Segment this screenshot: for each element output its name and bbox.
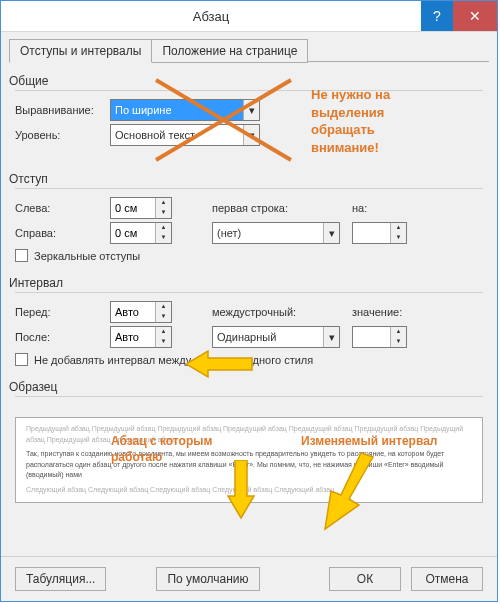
checkbox-icon (15, 249, 28, 262)
label-by: на: (352, 202, 367, 214)
label-right: Справа: (15, 227, 110, 239)
label-line: междустрочный: (212, 306, 322, 318)
titlebar: Абзац ? ✕ (1, 1, 497, 32)
tab-position[interactable]: Положение на странице (151, 39, 308, 63)
label-alignment: Выравнивание: (15, 104, 110, 116)
chevron-down-icon: ▾ (323, 223, 339, 243)
check-mirror[interactable]: Зеркальные отступы (15, 249, 483, 262)
preview-box: Предыдущий абзац Предыдущий абзац Предыд… (15, 417, 483, 503)
group-preview: Образец (9, 380, 483, 394)
panel: Общие Выравнивание: По ширине ▾ Уровень:… (1, 62, 497, 511)
spin-by[interactable]: ▲▼ (352, 222, 407, 244)
spin-right[interactable]: 0 см ▲▼ (110, 222, 172, 244)
button-tabs[interactable]: Табуляция... (15, 567, 106, 591)
spin-before[interactable]: Авто ▲▼ (110, 301, 172, 323)
label-before: Перед: (15, 306, 110, 318)
button-default[interactable]: По умолчанию (156, 567, 259, 591)
label-level: Уровень: (15, 129, 110, 141)
button-cancel[interactable]: Отмена (411, 567, 483, 591)
label-left: Слева: (15, 202, 110, 214)
label-firstline: первая строка: (212, 202, 322, 214)
paragraph-dialog: Абзац ? ✕ Отступы и интервалы Положение … (0, 0, 498, 602)
checkbox-icon (15, 353, 28, 366)
label-after: После: (15, 331, 110, 343)
tab-strip: Отступы и интервалы Положение на страниц… (1, 32, 497, 62)
button-bar: Табуляция... По умолчанию ОК Отмена (1, 556, 497, 601)
button-ok[interactable]: ОК (329, 567, 401, 591)
spin-value[interactable]: ▲▼ (352, 326, 407, 348)
spin-after[interactable]: Авто ▲▼ (110, 326, 172, 348)
close-button[interactable]: ✕ (453, 1, 497, 31)
chevron-down-icon: ▾ (243, 125, 259, 145)
group-indent: Отступ (9, 172, 483, 186)
combo-firstline[interactable]: (нет) ▾ (212, 222, 340, 244)
combo-level[interactable]: Основной текст ▾ (110, 124, 260, 146)
label-value: значение: (352, 306, 402, 318)
help-button[interactable]: ? (421, 1, 453, 31)
spin-left[interactable]: 0 см ▲▼ (110, 197, 172, 219)
combo-alignment[interactable]: По ширине ▾ (110, 99, 260, 121)
tab-indents[interactable]: Отступы и интервалы (9, 39, 152, 63)
combo-line[interactable]: Одинарный ▾ (212, 326, 340, 348)
check-noadd[interactable]: Не добавлять интервал между абзацами одн… (15, 353, 483, 366)
group-spacing: Интервал (9, 276, 483, 290)
chevron-down-icon: ▾ (323, 327, 339, 347)
window-title: Абзац (1, 9, 421, 24)
group-general: Общие (9, 74, 483, 88)
chevron-down-icon: ▾ (243, 100, 259, 120)
